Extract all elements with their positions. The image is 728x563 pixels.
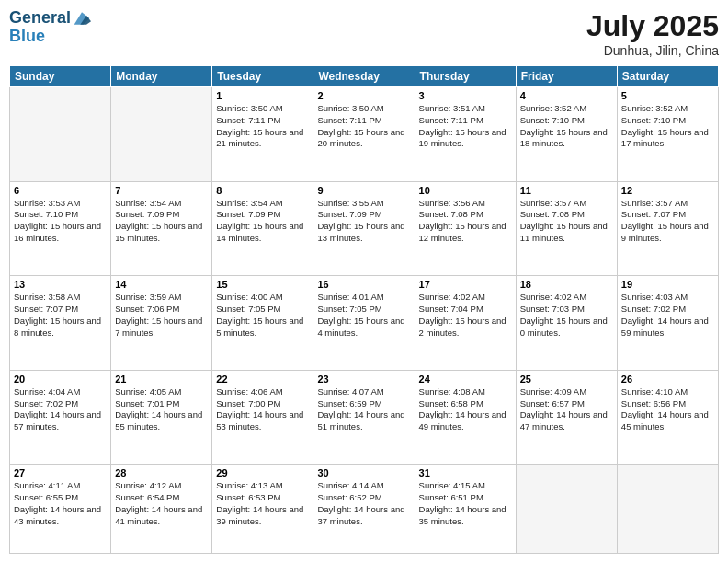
day-info: Sunrise: 4:14 AMSunset: 6:52 PMDaylight:… — [317, 480, 410, 527]
calendar-cell: 6Sunrise: 3:53 AMSunset: 7:10 PMDaylight… — [10, 181, 111, 276]
day-info: Sunrise: 4:03 AMSunset: 7:02 PMDaylight:… — [621, 292, 714, 339]
day-number: 3 — [419, 90, 512, 101]
calendar-header-row: Sunday Monday Tuesday Wednesday Thursday… — [10, 66, 719, 87]
day-info: Sunrise: 3:50 AMSunset: 7:11 PMDaylight:… — [317, 103, 410, 150]
day-number: 24 — [419, 373, 512, 385]
day-number: 23 — [317, 373, 410, 385]
day-info: Sunrise: 4:11 AMSunset: 6:55 PMDaylight:… — [14, 480, 107, 527]
day-info: Sunrise: 3:57 AMSunset: 7:07 PMDaylight:… — [621, 198, 714, 245]
calendar-cell: 29Sunrise: 4:13 AMSunset: 6:53 PMDayligh… — [212, 465, 313, 554]
day-info: Sunrise: 4:06 AMSunset: 7:00 PMDaylight:… — [216, 386, 309, 433]
calendar-cell: 19Sunrise: 4:03 AMSunset: 7:02 PMDayligh… — [617, 276, 718, 371]
calendar-cell: 23Sunrise: 4:07 AMSunset: 6:59 PMDayligh… — [313, 370, 415, 465]
day-info: Sunrise: 4:12 AMSunset: 6:54 PMDaylight:… — [115, 480, 208, 527]
calendar-cell: 13Sunrise: 3:58 AMSunset: 7:07 PMDayligh… — [10, 276, 111, 371]
calendar-cell — [617, 465, 718, 554]
day-number: 28 — [115, 467, 208, 478]
day-number: 5 — [621, 90, 714, 101]
header-tuesday: Tuesday — [212, 66, 313, 87]
day-number: 8 — [216, 185, 309, 196]
subtitle: Dunhua, Jilin, China — [586, 43, 719, 58]
day-info: Sunrise: 4:13 AMSunset: 6:53 PMDaylight:… — [216, 480, 309, 527]
logo: General Blue — [9, 9, 91, 46]
calendar-cell: 2Sunrise: 3:50 AMSunset: 7:11 PMDaylight… — [313, 87, 415, 182]
calendar-cell: 12Sunrise: 3:57 AMSunset: 7:07 PMDayligh… — [617, 181, 718, 276]
day-number: 18 — [520, 279, 613, 290]
day-info: Sunrise: 4:15 AMSunset: 6:51 PMDaylight:… — [419, 480, 512, 527]
day-number: 27 — [14, 467, 107, 478]
calendar-cell: 7Sunrise: 3:54 AMSunset: 7:09 PMDaylight… — [111, 181, 212, 276]
day-info: Sunrise: 3:55 AMSunset: 7:09 PMDaylight:… — [317, 198, 410, 245]
header-sunday: Sunday — [10, 66, 111, 87]
calendar-table: Sunday Monday Tuesday Wednesday Thursday… — [9, 65, 719, 554]
calendar-cell: 17Sunrise: 4:02 AMSunset: 7:04 PMDayligh… — [415, 276, 516, 371]
calendar-cell: 15Sunrise: 4:00 AMSunset: 7:05 PMDayligh… — [212, 276, 313, 371]
day-info: Sunrise: 3:57 AMSunset: 7:08 PMDaylight:… — [520, 198, 613, 245]
calendar-cell — [516, 465, 617, 554]
day-number: 2 — [317, 90, 410, 101]
calendar-cell: 18Sunrise: 4:02 AMSunset: 7:03 PMDayligh… — [516, 276, 617, 371]
calendar-cell: 21Sunrise: 4:05 AMSunset: 7:01 PMDayligh… — [111, 370, 212, 465]
day-number: 25 — [520, 373, 613, 385]
calendar-cell: 24Sunrise: 4:08 AMSunset: 6:58 PMDayligh… — [415, 370, 516, 465]
calendar-cell: 22Sunrise: 4:06 AMSunset: 7:00 PMDayligh… — [212, 370, 313, 465]
day-number: 7 — [115, 185, 208, 196]
day-info: Sunrise: 4:09 AMSunset: 6:57 PMDaylight:… — [520, 386, 613, 433]
day-number: 9 — [317, 185, 410, 196]
calendar-cell: 1Sunrise: 3:50 AMSunset: 7:11 PMDaylight… — [212, 87, 313, 182]
day-info: Sunrise: 3:52 AMSunset: 7:10 PMDaylight:… — [621, 103, 714, 150]
day-info: Sunrise: 3:54 AMSunset: 7:09 PMDaylight:… — [216, 198, 309, 245]
day-number: 12 — [621, 185, 714, 196]
day-number: 30 — [317, 467, 410, 478]
day-info: Sunrise: 3:59 AMSunset: 7:06 PMDaylight:… — [115, 292, 208, 339]
header-monday: Monday — [111, 66, 212, 87]
logo-general: General — [9, 9, 71, 28]
day-number: 22 — [216, 373, 309, 385]
day-info: Sunrise: 4:04 AMSunset: 7:02 PMDaylight:… — [14, 386, 107, 433]
day-info: Sunrise: 4:05 AMSunset: 7:01 PMDaylight:… — [115, 386, 208, 433]
calendar-cell: 20Sunrise: 4:04 AMSunset: 7:02 PMDayligh… — [10, 370, 111, 465]
calendar-cell: 3Sunrise: 3:51 AMSunset: 7:11 PMDaylight… — [415, 87, 516, 182]
day-number: 4 — [520, 90, 613, 101]
calendar-cell: 8Sunrise: 3:54 AMSunset: 7:09 PMDaylight… — [212, 181, 313, 276]
header: General Blue July 2025 Dunhua, Jilin, Ch… — [9, 9, 719, 58]
day-info: Sunrise: 3:50 AMSunset: 7:11 PMDaylight:… — [216, 103, 309, 150]
day-number: 26 — [621, 373, 714, 385]
day-info: Sunrise: 3:58 AMSunset: 7:07 PMDaylight:… — [14, 292, 107, 339]
calendar-cell: 25Sunrise: 4:09 AMSunset: 6:57 PMDayligh… — [516, 370, 617, 465]
day-info: Sunrise: 4:02 AMSunset: 7:04 PMDaylight:… — [419, 292, 512, 339]
day-info: Sunrise: 4:08 AMSunset: 6:58 PMDaylight:… — [419, 386, 512, 433]
calendar-cell: 4Sunrise: 3:52 AMSunset: 7:10 PMDaylight… — [516, 87, 617, 182]
header-wednesday: Wednesday — [313, 66, 415, 87]
day-number: 31 — [419, 467, 512, 478]
day-info: Sunrise: 4:07 AMSunset: 6:59 PMDaylight:… — [317, 386, 410, 433]
day-info: Sunrise: 3:53 AMSunset: 7:10 PMDaylight:… — [14, 198, 107, 245]
logo-blue: Blue — [9, 28, 91, 46]
main-title: July 2025 — [586, 9, 719, 43]
day-info: Sunrise: 3:54 AMSunset: 7:09 PMDaylight:… — [115, 198, 208, 245]
day-info: Sunrise: 4:01 AMSunset: 7:05 PMDaylight:… — [317, 292, 410, 339]
calendar-cell: 10Sunrise: 3:56 AMSunset: 7:08 PMDayligh… — [415, 181, 516, 276]
header-friday: Friday — [516, 66, 617, 87]
day-info: Sunrise: 3:52 AMSunset: 7:10 PMDaylight:… — [520, 103, 613, 150]
header-thursday: Thursday — [415, 66, 516, 87]
calendar-cell: 26Sunrise: 4:10 AMSunset: 6:56 PMDayligh… — [617, 370, 718, 465]
day-number: 15 — [216, 279, 309, 290]
day-info: Sunrise: 4:10 AMSunset: 6:56 PMDaylight:… — [621, 386, 714, 433]
day-number: 10 — [419, 185, 512, 196]
day-info: Sunrise: 4:00 AMSunset: 7:05 PMDaylight:… — [216, 292, 309, 339]
day-number: 11 — [520, 185, 613, 196]
calendar-cell: 30Sunrise: 4:14 AMSunset: 6:52 PMDayligh… — [313, 465, 415, 554]
day-number: 16 — [317, 279, 410, 290]
day-info: Sunrise: 3:56 AMSunset: 7:08 PMDaylight:… — [419, 198, 512, 245]
day-number: 29 — [216, 467, 309, 478]
logo-icon — [73, 9, 91, 28]
calendar-cell: 27Sunrise: 4:11 AMSunset: 6:55 PMDayligh… — [10, 465, 111, 554]
calendar-cell: 28Sunrise: 4:12 AMSunset: 6:54 PMDayligh… — [111, 465, 212, 554]
calendar-cell — [111, 87, 212, 182]
calendar-cell: 14Sunrise: 3:59 AMSunset: 7:06 PMDayligh… — [111, 276, 212, 371]
day-number: 21 — [115, 373, 208, 385]
day-info: Sunrise: 3:51 AMSunset: 7:11 PMDaylight:… — [419, 103, 512, 150]
calendar-cell: 5Sunrise: 3:52 AMSunset: 7:10 PMDaylight… — [617, 87, 718, 182]
header-saturday: Saturday — [617, 66, 718, 87]
